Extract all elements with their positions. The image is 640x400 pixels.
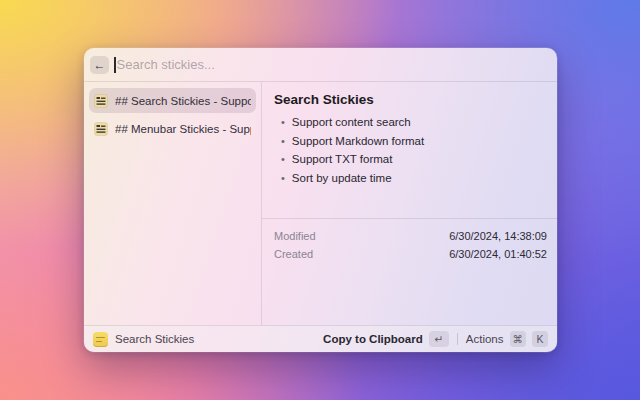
- metadata-value: 6/30/2024, 01:40:52: [449, 248, 547, 260]
- metadata-row-modified: Modified 6/30/2024, 14:38:09: [274, 227, 547, 245]
- search-bar: ←: [84, 48, 557, 82]
- actions-menu-button[interactable]: Actions: [466, 333, 504, 345]
- metadata-label: Created: [274, 248, 313, 260]
- copy-to-clipboard-action[interactable]: Copy to Clipboard: [323, 333, 423, 345]
- detail-bullet: • Sort by update time: [274, 172, 547, 184]
- metadata-section: Modified 6/30/2024, 14:38:09 Created 6/3…: [262, 218, 557, 263]
- bullet-icon: •: [281, 172, 285, 184]
- metadata-label: Modified: [274, 230, 316, 242]
- list-item-label: ## Search Stickies - Support ...: [115, 95, 251, 107]
- action-bar: Search Stickies Copy to Clipboard ↵ Acti…: [84, 325, 557, 352]
- bullet-text: Support TXT format: [292, 153, 393, 165]
- back-button[interactable]: ←: [90, 56, 109, 74]
- desktop-background: ←: [0, 0, 640, 400]
- bullet-text: Support Markdown format: [292, 135, 424, 147]
- launcher-window: ←: [84, 48, 557, 352]
- sticky-note-icon: [94, 94, 108, 108]
- bullet-icon: •: [281, 135, 285, 147]
- metadata-value: 6/30/2024, 14:38:09: [449, 230, 547, 242]
- bullet-icon: •: [281, 116, 285, 128]
- list-item-menubar-stickies[interactable]: ## Menubar Stickies - Support...: [89, 116, 256, 141]
- sticky-note-icon: [94, 122, 108, 136]
- content-area: ## Search Stickies - Support ... ## Menu…: [84, 82, 557, 325]
- list-item-label: ## Menubar Stickies - Support...: [115, 123, 251, 135]
- detail-bullet: • Support content search: [274, 116, 547, 128]
- footer-actions: Copy to Clipboard ↵ Actions ⌘ K: [323, 331, 548, 347]
- list-item-search-stickies[interactable]: ## Search Stickies - Support ...: [89, 88, 256, 113]
- bullet-text: Sort by update time: [292, 172, 392, 184]
- footer-divider: [457, 333, 458, 345]
- search-input-wrap: [114, 57, 549, 73]
- bullet-icon: •: [281, 153, 285, 165]
- detail-bullet: • Support TXT format: [274, 153, 547, 165]
- results-list: ## Search Stickies - Support ... ## Menu…: [84, 82, 262, 325]
- return-key-badge[interactable]: ↵: [429, 331, 449, 347]
- detail-title: Search Stickies: [274, 92, 547, 107]
- detail-bullet-list: • Support content search • Support Markd…: [274, 116, 547, 184]
- text-cursor: [114, 57, 116, 73]
- detail-bullet: • Support Markdown format: [274, 135, 547, 147]
- arrow-left-icon: ←: [94, 56, 106, 74]
- search-input[interactable]: [117, 57, 550, 72]
- footer-app-name: Search Stickies: [115, 333, 194, 345]
- detail-pane: Search Stickies • Support content search…: [262, 82, 557, 325]
- k-key-badge[interactable]: K: [532, 331, 548, 347]
- metadata-row-created: Created 6/30/2024, 01:40:52: [274, 245, 547, 263]
- bullet-text: Support content search: [292, 116, 411, 128]
- stickies-app-icon: [93, 332, 108, 347]
- command-key-badge[interactable]: ⌘: [510, 331, 527, 347]
